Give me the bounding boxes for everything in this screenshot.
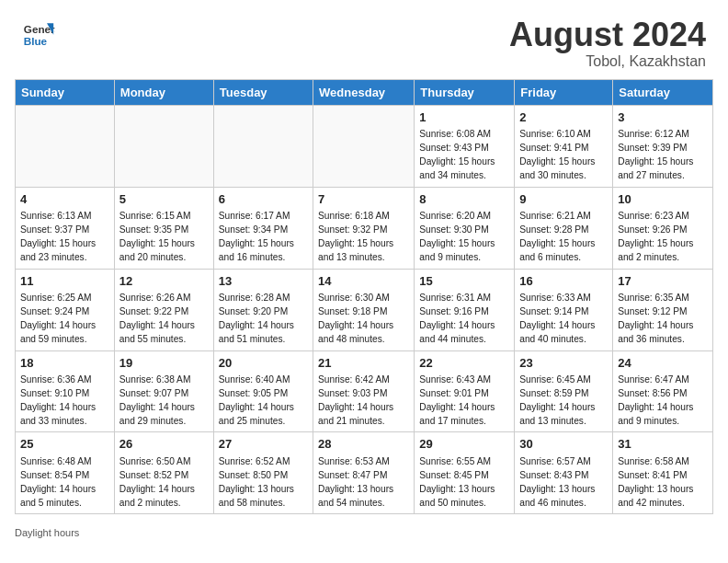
day-info: Sunrise: 6:48 AMSunset: 8:54 PMDaylight:…: [20, 455, 109, 510]
calendar-cell: [16, 105, 115, 187]
day-info: Sunrise: 6:31 AMSunset: 9:16 PMDaylight:…: [419, 292, 509, 346]
day-number: 9: [519, 191, 608, 209]
day-number: 10: [618, 191, 708, 209]
day-number: 26: [119, 436, 209, 454]
day-info: Sunrise: 6:57 AMSunset: 8:43 PMDaylight:…: [519, 455, 608, 510]
calendar-cell: 11Sunrise: 6:25 AMSunset: 9:24 PMDayligh…: [16, 269, 115, 350]
daylight-note: Daylight hours: [15, 527, 79, 538]
day-info: Sunrise: 6:55 AMSunset: 8:45 PMDaylight:…: [419, 455, 509, 510]
calendar-cell: [313, 105, 415, 187]
day-info: Sunrise: 6:13 AMSunset: 9:37 PMDaylight:…: [20, 210, 109, 264]
day-info: Sunrise: 6:20 AMSunset: 9:30 PMDaylight:…: [419, 210, 509, 264]
weekday-header: Sunday: [16, 79, 115, 105]
day-number: 22: [419, 355, 509, 373]
calendar-cell: 15Sunrise: 6:31 AMSunset: 9:16 PMDayligh…: [415, 269, 515, 350]
footer-note: Daylight hours: [0, 523, 728, 546]
day-info: Sunrise: 6:28 AMSunset: 9:20 PMDaylight:…: [219, 292, 308, 346]
day-number: 4: [20, 191, 109, 209]
day-info: Sunrise: 6:58 AMSunset: 8:41 PMDaylight:…: [618, 455, 708, 510]
calendar-cell: 27Sunrise: 6:52 AMSunset: 8:50 PMDayligh…: [213, 432, 313, 514]
calendar-cell: 30Sunrise: 6:57 AMSunset: 8:43 PMDayligh…: [515, 432, 613, 514]
day-number: 18: [20, 355, 109, 373]
day-number: 27: [219, 436, 308, 454]
day-number: 2: [519, 109, 608, 127]
weekday-header-row: SundayMondayTuesdayWednesdayThursdayFrid…: [16, 79, 713, 105]
day-number: 11: [20, 273, 109, 291]
day-info: Sunrise: 6:26 AMSunset: 9:22 PMDaylight:…: [119, 292, 209, 346]
day-number: 21: [318, 355, 409, 373]
day-number: 15: [419, 273, 509, 291]
calendar-cell: [114, 105, 213, 187]
day-info: Sunrise: 6:08 AMSunset: 9:43 PMDaylight:…: [419, 128, 509, 182]
calendar-week-row: 18Sunrise: 6:36 AMSunset: 9:10 PMDayligh…: [16, 350, 713, 432]
day-info: Sunrise: 6:50 AMSunset: 8:52 PMDaylight:…: [119, 455, 209, 510]
calendar-cell: 6Sunrise: 6:17 AMSunset: 9:34 PMDaylight…: [213, 187, 313, 269]
day-number: 31: [618, 436, 708, 454]
calendar-cell: 3Sunrise: 6:12 AMSunset: 9:39 PMDaylight…: [613, 105, 713, 187]
day-number: 5: [119, 191, 209, 209]
day-info: Sunrise: 6:47 AMSunset: 8:56 PMDaylight:…: [618, 373, 708, 428]
day-number: 1: [419, 109, 509, 127]
calendar-cell: 23Sunrise: 6:45 AMSunset: 8:59 PMDayligh…: [515, 350, 613, 432]
day-info: Sunrise: 6:33 AMSunset: 9:14 PMDaylight:…: [519, 292, 608, 346]
day-info: Sunrise: 6:43 AMSunset: 9:01 PMDaylight:…: [419, 373, 509, 428]
calendar-cell: 4Sunrise: 6:13 AMSunset: 9:37 PMDaylight…: [16, 187, 115, 269]
calendar-cell: 22Sunrise: 6:43 AMSunset: 9:01 PMDayligh…: [415, 350, 515, 432]
calendar-week-row: 11Sunrise: 6:25 AMSunset: 9:24 PMDayligh…: [16, 269, 713, 350]
day-number: 28: [318, 436, 409, 454]
location-subtitle: Tobol, Kazakhstan: [509, 53, 706, 70]
calendar-cell: 29Sunrise: 6:55 AMSunset: 8:45 PMDayligh…: [415, 432, 515, 514]
weekday-header: Monday: [114, 79, 213, 105]
day-number: 23: [519, 355, 608, 373]
calendar-table: SundayMondayTuesdayWednesdayThursdayFrid…: [15, 79, 713, 515]
calendar-cell: 24Sunrise: 6:47 AMSunset: 8:56 PMDayligh…: [613, 350, 713, 432]
calendar: SundayMondayTuesdayWednesdayThursdayFrid…: [0, 79, 728, 524]
day-number: 14: [318, 273, 409, 291]
day-number: 20: [219, 355, 308, 373]
calendar-cell: 17Sunrise: 6:35 AMSunset: 9:12 PMDayligh…: [613, 269, 713, 350]
calendar-cell: 5Sunrise: 6:15 AMSunset: 9:35 PMDaylight…: [114, 187, 213, 269]
day-number: 19: [119, 355, 209, 373]
day-info: Sunrise: 6:23 AMSunset: 9:26 PMDaylight:…: [618, 210, 708, 264]
day-info: Sunrise: 6:42 AMSunset: 9:03 PMDaylight:…: [318, 373, 409, 428]
day-info: Sunrise: 6:12 AMSunset: 9:39 PMDaylight:…: [618, 128, 708, 182]
calendar-cell: 1Sunrise: 6:08 AMSunset: 9:43 PMDaylight…: [415, 105, 515, 187]
day-info: Sunrise: 6:10 AMSunset: 9:41 PMDaylight:…: [519, 128, 608, 182]
calendar-cell: 25Sunrise: 6:48 AMSunset: 8:54 PMDayligh…: [16, 432, 115, 514]
weekday-header: Wednesday: [313, 79, 415, 105]
logo: General Blue: [22, 17, 55, 50]
calendar-cell: 26Sunrise: 6:50 AMSunset: 8:52 PMDayligh…: [114, 432, 213, 514]
weekday-header: Saturday: [613, 79, 713, 105]
day-number: 29: [419, 436, 509, 454]
calendar-week-row: 1Sunrise: 6:08 AMSunset: 9:43 PMDaylight…: [16, 105, 713, 187]
day-info: Sunrise: 6:30 AMSunset: 9:18 PMDaylight:…: [318, 292, 409, 346]
calendar-cell: 14Sunrise: 6:30 AMSunset: 9:18 PMDayligh…: [313, 269, 415, 350]
day-info: Sunrise: 6:18 AMSunset: 9:32 PMDaylight:…: [318, 210, 409, 264]
day-number: 17: [618, 273, 708, 291]
logo-icon: General Blue: [22, 17, 55, 50]
calendar-cell: 21Sunrise: 6:42 AMSunset: 9:03 PMDayligh…: [313, 350, 415, 432]
day-number: 24: [618, 355, 708, 373]
weekday-header: Tuesday: [213, 79, 313, 105]
calendar-cell: 9Sunrise: 6:21 AMSunset: 9:28 PMDaylight…: [515, 187, 613, 269]
day-info: Sunrise: 6:40 AMSunset: 9:05 PMDaylight:…: [219, 373, 308, 428]
calendar-cell: 16Sunrise: 6:33 AMSunset: 9:14 PMDayligh…: [515, 269, 613, 350]
day-number: 7: [318, 191, 409, 209]
day-number: 6: [219, 191, 308, 209]
calendar-cell: 20Sunrise: 6:40 AMSunset: 9:05 PMDayligh…: [213, 350, 313, 432]
day-info: Sunrise: 6:52 AMSunset: 8:50 PMDaylight:…: [219, 455, 308, 510]
calendar-cell: 12Sunrise: 6:26 AMSunset: 9:22 PMDayligh…: [114, 269, 213, 350]
title-area: August 2024 Tobol, Kazakhstan: [509, 17, 706, 70]
day-info: Sunrise: 6:17 AMSunset: 9:34 PMDaylight:…: [219, 210, 308, 264]
day-info: Sunrise: 6:21 AMSunset: 9:28 PMDaylight:…: [519, 210, 608, 264]
day-info: Sunrise: 6:36 AMSunset: 9:10 PMDaylight:…: [20, 373, 109, 428]
weekday-header: Thursday: [415, 79, 515, 105]
calendar-cell: 19Sunrise: 6:38 AMSunset: 9:07 PMDayligh…: [114, 350, 213, 432]
calendar-cell: 7Sunrise: 6:18 AMSunset: 9:32 PMDaylight…: [313, 187, 415, 269]
day-info: Sunrise: 6:53 AMSunset: 8:47 PMDaylight:…: [318, 455, 409, 510]
calendar-week-row: 25Sunrise: 6:48 AMSunset: 8:54 PMDayligh…: [16, 432, 713, 514]
calendar-cell: 31Sunrise: 6:58 AMSunset: 8:41 PMDayligh…: [613, 432, 713, 514]
day-info: Sunrise: 6:45 AMSunset: 8:59 PMDaylight:…: [519, 373, 608, 428]
calendar-week-row: 4Sunrise: 6:13 AMSunset: 9:37 PMDaylight…: [16, 187, 713, 269]
calendar-cell: 8Sunrise: 6:20 AMSunset: 9:30 PMDaylight…: [415, 187, 515, 269]
